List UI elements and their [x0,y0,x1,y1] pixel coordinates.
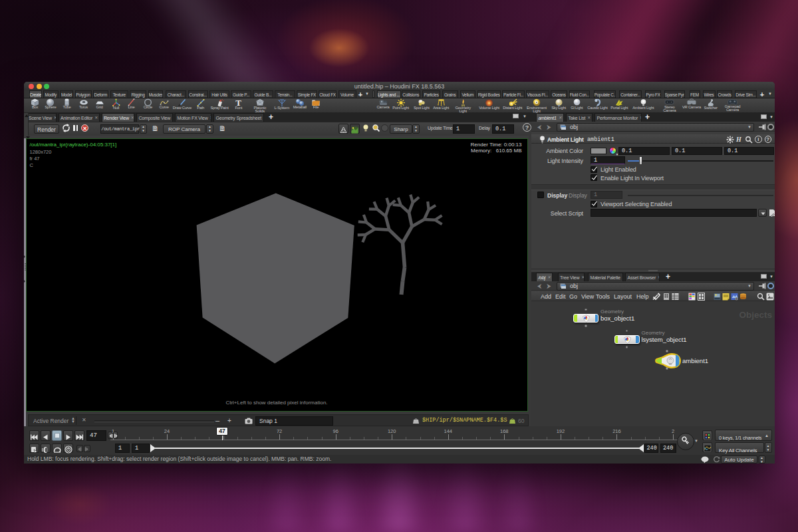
svg-text:T: T [236,98,242,107]
